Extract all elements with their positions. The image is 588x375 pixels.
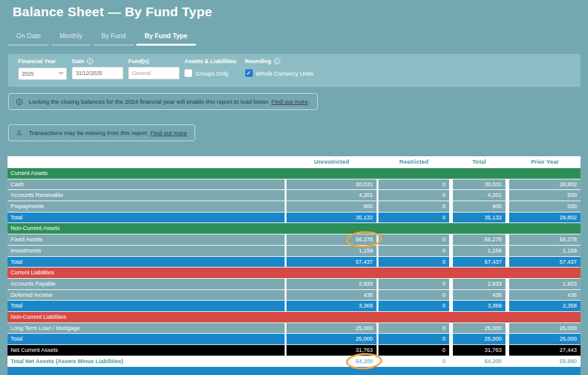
filter-panel: Financial Year 2025 Date i Fund(s) Asset…	[8, 54, 580, 87]
table-row: Total35,132035,13229,802	[8, 212, 580, 223]
row-label: Fixed Assets	[8, 234, 285, 245]
cell-prior-year: 28,802	[509, 179, 580, 190]
funds-input[interactable]	[128, 67, 180, 79]
cell-total: 35,132	[453, 212, 505, 223]
row-label: Total	[8, 257, 285, 268]
info-banner: i Locking the closing balances for the 2…	[8, 93, 318, 110]
page-title: Balance Sheet — By Fund Type	[0, 0, 588, 19]
table-row: Total57,437057,43757,437	[8, 257, 580, 268]
table-header-row: UnrestrictedRestrictedTotalPrior Year	[8, 156, 580, 168]
cell-prior-year: 27,443	[509, 345, 580, 356]
row-label: Accounts Payable	[8, 279, 285, 289]
cell-restricted: 0	[378, 334, 449, 344]
tab-by-fund-type[interactable]: By Fund Type	[136, 29, 196, 46]
section-label: Current Assets	[8, 168, 580, 179]
whole-currency-units-checkbox[interactable]: ✓	[245, 69, 253, 77]
info-icon[interactable]: i	[87, 58, 93, 64]
cell-prior-year: 500	[509, 190, 580, 201]
cell-unrestricted: 25,000	[286, 323, 377, 334]
cell-unrestricted: 4,201	[286, 190, 377, 201]
table-row: Long Term Loan / Mortgage25,000025,00025…	[8, 323, 580, 334]
date-label: Date i	[72, 58, 123, 64]
table-row: Total25,000025,00025,000	[8, 334, 580, 344]
row-label: Long Term Loan / Mortgage	[8, 323, 285, 334]
table-header-spacer	[8, 156, 285, 168]
groups-only-checkbox[interactable]	[185, 69, 192, 77]
warning-banner: ⚠ Transactions may be missing from this …	[8, 124, 195, 141]
date-input[interactable]	[72, 67, 123, 79]
cell-prior-year: 1,923	[509, 279, 580, 289]
section-header-row: Non-Current Assets	[8, 223, 580, 234]
cell-prior-year: 500	[509, 201, 580, 212]
table-row: Accounts Receivable4,20104,201500	[8, 190, 580, 201]
tab-by-fund[interactable]: By Fund	[93, 29, 134, 46]
financial-year-group: Financial Year 2025	[18, 58, 67, 80]
cell-total: 64,200	[453, 356, 505, 367]
cell-unrestricted: 31,763	[286, 345, 377, 356]
cell-total: 57,437	[453, 257, 505, 268]
row-label: Net Current Assets	[8, 345, 285, 356]
cell-prior-year: 25,000	[509, 323, 580, 334]
row-label: Cash	[8, 179, 285, 190]
cell-total: 25,000	[453, 323, 505, 334]
cell-restricted: 0	[378, 246, 449, 256]
column-header-prior-year: Prior Year	[509, 156, 580, 168]
info-icon[interactable]: i	[274, 58, 280, 64]
row-label: Total	[8, 301, 285, 311]
date-group: Date i	[72, 58, 123, 79]
table-row: Net Current Assets31,763031,76327,443	[8, 345, 580, 356]
cell-total: 4,201	[453, 190, 505, 201]
cell-total: 56,278	[453, 234, 505, 245]
financial-year-label: Financial Year	[18, 58, 67, 64]
column-header-unrestricted: Unrestricted	[286, 156, 377, 168]
table-row: Cash30,031030,03128,802	[8, 179, 580, 190]
row-label: Total Net Assets (Assets Minus Liabiliti…	[8, 356, 285, 367]
tab-on-date[interactable]: On Date	[8, 29, 49, 46]
cell-restricted: 0	[378, 301, 449, 311]
find-out-more-link[interactable]: Find out more	[150, 129, 187, 136]
cell-unrestricted: 25,000	[286, 334, 377, 344]
cell-restricted: 0	[378, 257, 449, 268]
row-label: Deferred Income	[8, 290, 285, 301]
table-row: Accounts Payable2,93302,9331,923	[8, 279, 580, 289]
cell-prior-year: 1,159	[509, 246, 580, 256]
assets-liabilities-group: Assets & Liabilities Groups Only	[185, 58, 236, 79]
warning-icon: ⚠	[16, 129, 23, 136]
cell-unrestricted: 2,933	[286, 279, 377, 289]
cell-restricted: 0	[378, 323, 449, 334]
rounding-label: Rounding i	[245, 58, 313, 64]
table-row: Prepayments9000900500	[8, 201, 580, 212]
cell-prior-year: 29,802	[509, 212, 580, 223]
groups-only-label: Groups Only	[195, 70, 228, 77]
cell-restricted: 0	[378, 179, 449, 190]
cell-total: 436	[453, 290, 505, 301]
row-label: Total	[8, 334, 285, 344]
section-header-row: Non-Current Liabilities	[8, 312, 580, 322]
financial-year-select[interactable]: 2025	[18, 68, 67, 80]
cell-unrestricted: 56,278	[286, 234, 377, 245]
cell-restricted: 0	[378, 279, 449, 289]
balance-sheet-table: UnrestrictedRestrictedTotalPrior YearCur…	[8, 156, 580, 375]
table-row: Total3,36903,3692,358	[8, 301, 580, 311]
cell-total: 25,000	[453, 334, 505, 344]
cell-unrestricted: 900	[286, 201, 377, 212]
financial-year-select-wrap: 2025	[18, 67, 67, 80]
cell-total: 900	[453, 201, 505, 212]
cell-restricted: 0	[378, 190, 449, 201]
find-out-more-link[interactable]: Find out more	[271, 98, 308, 105]
table-cut-row	[8, 367, 580, 375]
table-row: Deferred Income4360436436	[8, 290, 580, 301]
app-window: Balance Sheet — By Fund Type On DateMont…	[0, 0, 588, 375]
assets-liabilities-label: Assets & Liabilities	[185, 58, 236, 64]
cell-restricted: 0	[378, 234, 449, 245]
info-banner-text: Locking the closing balances for the 202…	[29, 98, 310, 105]
row-label: Investments	[8, 246, 285, 256]
cell-unrestricted: 1,159	[286, 246, 377, 256]
tab-monthly[interactable]: Monthly	[51, 29, 91, 46]
cell-prior-year: 59,880	[509, 356, 580, 367]
cell-restricted: 0	[378, 345, 449, 356]
column-header-total: Total	[453, 156, 505, 168]
table-row: Investments1,15901,1591,159	[8, 246, 580, 256]
column-header-restricted: Restricted	[378, 156, 449, 168]
whole-currency-units-label: Whole Currency Units	[256, 70, 313, 77]
